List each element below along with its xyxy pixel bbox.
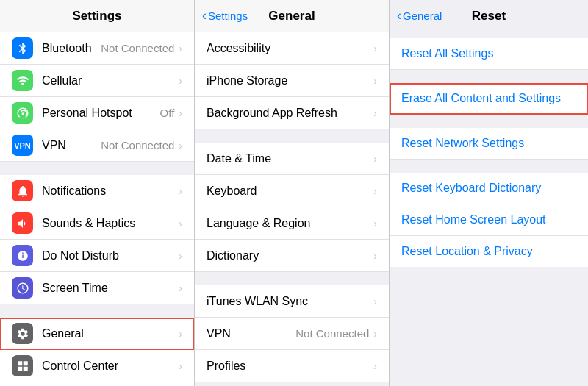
- right-panel-header: ‹ General Reset: [390, 0, 588, 32]
- date-time-chevron: ›: [373, 153, 377, 165]
- row-accessibility[interactable]: Accessibility ›: [195, 32, 389, 65]
- reset-section-2: Erase All Content and Settings: [390, 83, 588, 115]
- sounds-icon: [12, 212, 33, 234]
- section-connectivity: Bluetooth Not Connected › Cellular › Per…: [0, 32, 194, 162]
- hotspot-value: Off: [160, 107, 175, 119]
- row-itunes-sync[interactable]: iTunes WLAN Sync ›: [195, 285, 389, 318]
- left-panel-header: Settings: [0, 0, 194, 32]
- right-back-chevron: ‹: [397, 8, 401, 24]
- row-notifications[interactable]: Notifications ›: [0, 175, 194, 207]
- general-chevron: ›: [179, 328, 182, 340]
- bluetooth-chevron: ›: [179, 43, 182, 54]
- left-panel: Settings Bluetooth Not Connected › Cellu…: [0, 0, 195, 386]
- row-screen-time[interactable]: Screen Time ›: [0, 272, 194, 304]
- row-sounds[interactable]: Sounds & Haptics ›: [0, 207, 194, 240]
- sep-1: [0, 162, 194, 175]
- sounds-chevron: ›: [179, 218, 182, 229]
- row-reset-network[interactable]: Reset Network Settings: [390, 128, 588, 160]
- bluetooth-value: Not Connected: [101, 42, 174, 54]
- row-vpn-left[interactable]: VPN VPN Not Connected ›: [0, 129, 194, 162]
- right-panel-title: Reset: [472, 9, 506, 24]
- row-reset-home-screen[interactable]: Reset Home Screen Layout: [390, 204, 588, 236]
- row-vpn-mid[interactable]: VPN Not Connected ›: [195, 318, 389, 350]
- vpn-chevron: ›: [179, 140, 182, 151]
- cellular-label: Cellular: [42, 74, 174, 87]
- row-control-center[interactable]: Control Center ›: [0, 350, 194, 382]
- cellular-icon: [12, 70, 33, 91]
- right-back-button[interactable]: ‹ General: [397, 8, 442, 24]
- control-center-label: Control Center: [42, 360, 179, 373]
- middle-back-chevron: ‹: [202, 8, 207, 24]
- mid-sep-1: [195, 129, 389, 143]
- middle-back-label: Settings: [208, 10, 248, 22]
- vpn-mid-label: VPN: [207, 327, 295, 340]
- hotspot-chevron: ›: [179, 107, 182, 119]
- dnd-icon: [12, 245, 33, 266]
- middle-settings-list: Accessibility › iPhone Storage › Backgro…: [195, 32, 389, 386]
- dnd-chevron: ›: [179, 250, 182, 262]
- bluetooth-icon: [12, 37, 33, 59]
- sep-2: [0, 304, 194, 318]
- reset-sep-3: [390, 160, 588, 173]
- mid-section-2: Date & Time › Keyboard › Language & Regi…: [195, 143, 389, 272]
- screen-time-chevron: ›: [179, 282, 182, 294]
- row-display-brightness[interactable]: Display & Brightness ›: [0, 382, 194, 386]
- accessibility-label: Accessibility: [207, 42, 373, 55]
- right-panel: ‹ General Reset Reset All Settings Erase…: [390, 0, 588, 386]
- right-back-label: General: [403, 10, 442, 22]
- middle-panel-title: General: [268, 9, 315, 24]
- mid-section-3: iTunes WLAN Sync › VPN Not Connected › P…: [195, 285, 389, 382]
- reset-list: Reset All Settings Erase All Content and…: [390, 32, 588, 267]
- dnd-label: Do Not Disturb: [42, 249, 179, 262]
- reset-sep-2: [390, 115, 588, 128]
- general-icon: [12, 323, 33, 344]
- cellular-chevron: ›: [179, 75, 182, 87]
- background-refresh-label: Background App Refresh: [207, 107, 373, 120]
- screen-time-label: Screen Time: [42, 282, 179, 295]
- reset-section-3: Reset Network Settings: [390, 128, 588, 160]
- reset-section-4: Reset Keyboard Dictionary Reset Home Scr…: [390, 173, 588, 267]
- row-personal-hotspot[interactable]: Personal Hotspot Off ›: [0, 97, 194, 129]
- row-general[interactable]: General ›: [0, 318, 194, 350]
- notifications-icon: [12, 180, 33, 201]
- mid-sep-3: [195, 382, 389, 386]
- row-reset-keyboard[interactable]: Reset Keyboard Dictionary: [390, 173, 588, 204]
- row-date-time[interactable]: Date & Time ›: [195, 143, 389, 175]
- hotspot-label: Personal Hotspot: [42, 107, 160, 120]
- row-cellular[interactable]: Cellular ›: [0, 65, 194, 97]
- section-notifications: Notifications › Sounds & Haptics › Do No…: [0, 175, 194, 304]
- mid-section-1: Accessibility › iPhone Storage › Backgro…: [195, 32, 389, 129]
- dictionary-chevron: ›: [373, 250, 377, 262]
- dictionary-label: Dictionary: [207, 249, 373, 262]
- language-chevron: ›: [373, 218, 377, 229]
- row-bluetooth[interactable]: Bluetooth Not Connected ›: [0, 32, 194, 65]
- row-erase-all[interactable]: Erase All Content and Settings: [390, 83, 588, 115]
- row-background-refresh[interactable]: Background App Refresh ›: [195, 97, 389, 129]
- vpn-mid-chevron: ›: [373, 328, 377, 340]
- itunes-sync-chevron: ›: [373, 296, 377, 307]
- control-center-chevron: ›: [179, 360, 182, 372]
- row-iphone-storage[interactable]: iPhone Storage ›: [195, 65, 389, 97]
- row-keyboard[interactable]: Keyboard ›: [195, 175, 389, 207]
- profiles-chevron: ›: [373, 360, 377, 372]
- profiles-label: Profiles: [207, 360, 373, 373]
- vpn-icon: VPN: [12, 135, 33, 156]
- row-dictionary[interactable]: Dictionary ›: [195, 240, 389, 272]
- background-refresh-chevron: ›: [373, 107, 377, 119]
- screen-time-icon: [12, 277, 33, 299]
- keyboard-chevron: ›: [373, 185, 377, 197]
- vpn-mid-value: Not Connected: [295, 327, 369, 340]
- row-language[interactable]: Language & Region ›: [195, 207, 389, 240]
- row-reset-location[interactable]: Reset Location & Privacy: [390, 236, 588, 267]
- left-panel-title: Settings: [72, 9, 121, 24]
- notifications-chevron: ›: [179, 185, 182, 197]
- vpn-label: VPN: [42, 139, 101, 152]
- row-reset-all-settings[interactable]: Reset All Settings: [390, 38, 588, 70]
- iphone-storage-label: iPhone Storage: [207, 74, 373, 87]
- row-profiles[interactable]: Profiles ›: [195, 350, 389, 382]
- iphone-storage-chevron: ›: [373, 75, 377, 87]
- mid-sep-2: [195, 272, 389, 285]
- row-do-not-disturb[interactable]: Do Not Disturb ›: [0, 240, 194, 272]
- accessibility-chevron: ›: [373, 43, 377, 54]
- middle-back-button[interactable]: ‹ Settings: [202, 8, 248, 24]
